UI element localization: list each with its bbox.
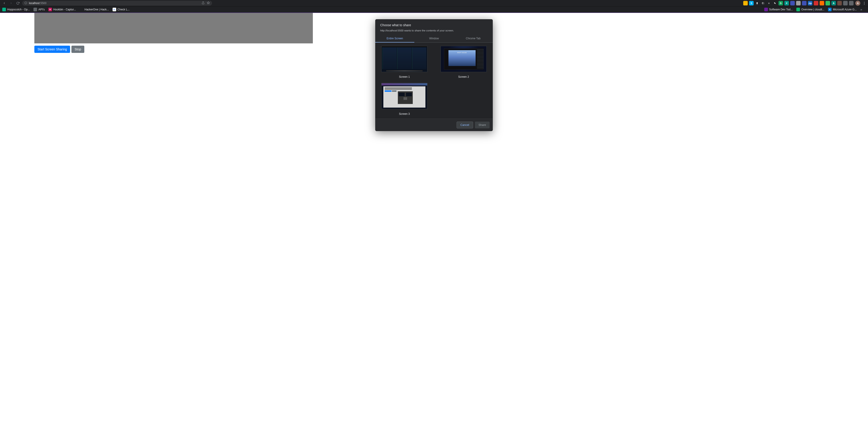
url-port: :5500 xyxy=(39,2,46,5)
screen-thumbnail xyxy=(381,83,428,109)
bookmark-favicon xyxy=(2,8,6,11)
profile-avatar[interactable]: A xyxy=(855,1,860,6)
screen-thumbnail-label: Screen 1 xyxy=(399,75,410,78)
address-bar[interactable]: localhost:5500 xyxy=(22,1,212,6)
extension-ext-skype[interactable]: S xyxy=(749,1,754,5)
bookmark-label: Hookbin - Captur... xyxy=(53,8,76,11)
tab-chrome-tab[interactable]: Chrome Tab xyxy=(454,35,493,42)
bookmark-label: API's xyxy=(38,8,45,11)
extension-ext-11[interactable] xyxy=(802,1,807,5)
screen-share-dialog: Choose what to share http://localhost:55… xyxy=(375,19,493,131)
svg-marker-4 xyxy=(207,2,210,4)
extension-ext-zip[interactable]: zip xyxy=(808,1,812,5)
bookmarks-bar: Hoppscotch - Op...API'sHHookbin - Captur… xyxy=(0,6,868,13)
bookmarks-overflow-button[interactable]: » xyxy=(860,8,862,11)
extension-ext-16[interactable]: A xyxy=(831,1,836,5)
bookmark-label: Check L... xyxy=(118,8,130,11)
tab-entire-screen[interactable]: Entire Screen xyxy=(375,35,414,42)
tab-window[interactable]: Window xyxy=(414,35,454,42)
nav-back-button[interactable] xyxy=(2,1,7,6)
bookmark-label: Microsoft Azure G... xyxy=(833,8,857,11)
extension-ext-8[interactable]: # xyxy=(784,1,789,5)
extension-ext-3[interactable]: 🎚 xyxy=(755,1,760,5)
start-screen-sharing-button[interactable]: Start Screen Sharing xyxy=(34,46,70,53)
bookmark-item[interactable]: API's xyxy=(33,8,45,11)
bookmark-favicon: G xyxy=(113,8,116,11)
extension-ext-panel[interactable] xyxy=(849,1,854,5)
extension-ext-puzzle[interactable] xyxy=(843,1,848,5)
extension-ext-5[interactable]: ≡ xyxy=(767,1,771,5)
bookmark-label: Overview | cloudt... xyxy=(801,8,825,11)
stop-button[interactable]: Stop xyxy=(71,46,84,53)
url-host: localhost xyxy=(29,2,39,5)
nav-reload-button[interactable] xyxy=(16,1,20,6)
chrome-menu-button[interactable] xyxy=(862,2,866,5)
extension-ext-13[interactable] xyxy=(814,1,818,5)
cancel-button[interactable]: Cancel xyxy=(457,122,473,128)
extension-ext-1[interactable] xyxy=(743,1,748,5)
share-page-icon[interactable] xyxy=(202,1,205,5)
extension-ext-7[interactable]: G xyxy=(778,1,783,5)
bookmark-item[interactable]: HackerOne | Hack... xyxy=(80,8,109,11)
bookmark-favicon xyxy=(764,8,768,11)
screen-thumbnail-label: Screen 2 xyxy=(458,75,469,78)
dialog-tabs: Entire Screen Window Chrome Tab xyxy=(375,35,493,42)
extension-tray: S🎚C:≡✎G#zipA xyxy=(743,1,854,5)
screen-thumbnail-grid: Screen 1DEEP HOUSEScreen 2Screen 3 xyxy=(378,46,490,116)
dialog-title: Choose what to share xyxy=(380,23,488,27)
extension-ext-4[interactable]: C: xyxy=(761,1,765,5)
bookmark-item[interactable]: Overview | cloudt... xyxy=(796,8,825,11)
extension-ext-17[interactable] xyxy=(837,1,842,5)
bookmark-favicon xyxy=(796,8,800,11)
bookmark-label: HackerOne | Hack... xyxy=(85,8,109,11)
screen-option[interactable]: Screen 1 xyxy=(378,46,431,78)
site-info-icon[interactable] xyxy=(24,2,27,5)
extension-ext-14[interactable] xyxy=(819,1,824,5)
screen-option[interactable]: DEEP HOUSEScreen 2 xyxy=(437,46,490,78)
bookmark-favicon xyxy=(80,8,83,11)
bookmark-item[interactable]: GCheck L... xyxy=(113,8,130,11)
browser-toolbar: localhost:5500 S🎚C:≡✎G#zipA A xyxy=(0,0,868,6)
bookmark-label: Software Dev Tod... xyxy=(769,8,793,11)
share-button[interactable]: Share xyxy=(475,122,490,128)
bookmark-label: Hoppscotch - Op... xyxy=(7,8,30,11)
nav-forward-button[interactable] xyxy=(8,1,13,6)
extension-ext-evernote[interactable] xyxy=(826,1,830,5)
bookmark-favicon: H xyxy=(49,8,52,11)
dialog-subtitle: http://localhost:5500 wants to share the… xyxy=(380,29,488,32)
screen-thumbnail-label: Screen 3 xyxy=(399,112,410,116)
extension-ext-6[interactable]: ✎ xyxy=(773,1,777,5)
bookmark-item[interactable]: HHookbin - Captur... xyxy=(49,8,76,11)
video-preview-box xyxy=(34,13,313,43)
bookmark-item[interactable]: AMicrosoft Azure G... xyxy=(828,8,857,11)
bookmark-favicon xyxy=(33,8,37,11)
extension-ext-9[interactable] xyxy=(790,1,795,5)
bookmark-favicon: A xyxy=(828,8,832,11)
bookmark-item[interactable]: Software Dev Tod... xyxy=(764,8,793,11)
bookmark-item[interactable]: Hoppscotch - Op... xyxy=(2,8,30,11)
page-content: Start Screen Sharing Stop Choose what to… xyxy=(0,13,868,443)
screen-thumbnail xyxy=(381,46,428,72)
extension-ext-10[interactable] xyxy=(796,1,801,5)
bookmark-star-icon[interactable] xyxy=(207,1,210,5)
screen-thumbnail: DEEP HOUSE xyxy=(440,46,487,72)
control-button-row: Start Screen Sharing Stop xyxy=(34,46,84,53)
screen-option[interactable]: Screen 3 xyxy=(378,83,431,116)
